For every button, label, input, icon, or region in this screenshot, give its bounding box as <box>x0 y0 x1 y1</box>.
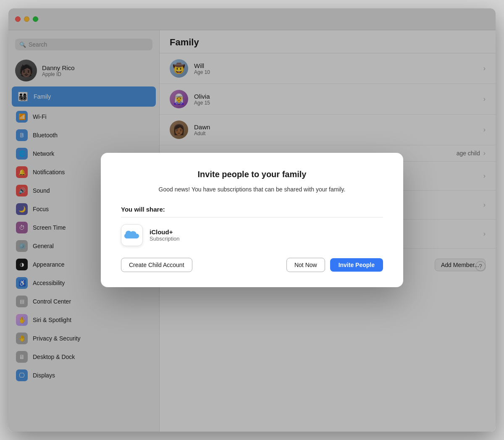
modal-share-item: iCloud+ Subscription <box>121 224 383 246</box>
icloud-icon <box>121 224 143 246</box>
modal-divider <box>121 217 383 217</box>
create-child-account-button[interactable]: Create Child Account <box>121 258 192 272</box>
invite-people-button[interactable]: Invite People <box>330 258 383 272</box>
modal-subtitle: Good news! You have subscriptions that c… <box>121 185 383 194</box>
share-item-info: iCloud+ Subscription <box>150 228 180 242</box>
share-item-name: iCloud+ <box>150 228 180 236</box>
invite-modal: Invite people to your family Good news! … <box>101 153 403 287</box>
not-now-button[interactable]: Not Now <box>286 258 325 272</box>
modal-overlay: Invite people to your family Good news! … <box>8 8 496 432</box>
share-item-sub: Subscription <box>150 236 180 242</box>
modal-share-label: You will share: <box>121 206 383 213</box>
modal-title: Invite people to your family <box>121 170 383 179</box>
app-window: 🔍 Search 🧑🏿 Danny Rico Apple ID 👨‍👩‍👧‍👦 <box>8 8 496 432</box>
modal-actions: Create Child Account Not Now Invite Peop… <box>121 258 383 272</box>
